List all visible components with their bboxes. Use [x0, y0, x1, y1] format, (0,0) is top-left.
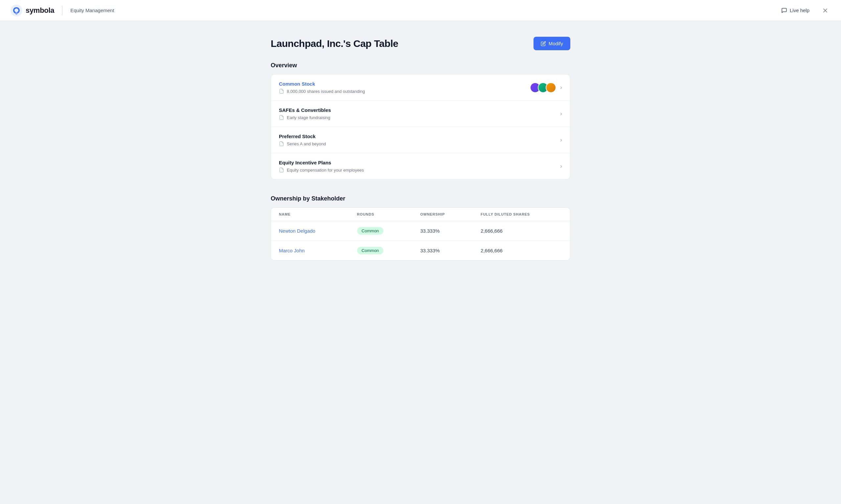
ownership-table: NAME ROUNDS OWNERSHIP FULLY DILUTED SHAR…	[271, 208, 570, 260]
chevron-right-icon-preferred: ›	[560, 137, 562, 143]
common-stock-shares-text: 8,000,000 shares issued and outstanding	[287, 89, 365, 94]
ownership-table-wrapper: NAME ROUNDS OWNERSHIP FULLY DILUTED SHAR…	[271, 208, 570, 260]
stakeholder-ownership-2: 33.333%	[412, 241, 473, 260]
modify-label: Modify	[549, 41, 563, 46]
avatar-3	[546, 83, 556, 93]
doc-icon-equity	[279, 167, 284, 173]
header-right: Live help	[778, 5, 830, 16]
preferred-stock-row[interactable]: Preferred Stock Series A and beyond ›	[271, 127, 570, 153]
overview-section-title: Overview	[271, 62, 570, 69]
equity-incentive-row[interactable]: Equity Incentive Plans Equity compensati…	[271, 153, 570, 179]
common-stock-subtitle: 8,000,000 shares issued and outstanding	[279, 89, 365, 94]
logo-icon	[11, 5, 22, 16]
stakeholder-round-2: Common	[349, 241, 413, 260]
page-title: Launchpad, Inc.'s Cap Table	[271, 38, 398, 49]
stakeholder-ownership-1: 33.333%	[412, 221, 473, 241]
preferred-subtitle-text: Series A and beyond	[287, 141, 326, 146]
safes-row[interactable]: SAFEs & Convertibles Early stage fundrai…	[271, 101, 570, 127]
header-left: symbola Equity Management	[11, 5, 114, 16]
chevron-right-icon-common: ›	[560, 84, 562, 91]
col-header-shares: FULLY DILUTED SHARES	[473, 208, 570, 221]
round-badge-1: Common	[357, 227, 384, 235]
equity-incentive-subtitle: Equity compensation for your employees	[279, 167, 364, 173]
overview-card: Common Stock 8,000,000 shares issued and…	[271, 74, 570, 179]
stakeholder-name-2[interactable]: Marco John	[271, 241, 349, 260]
avatar-group	[530, 83, 556, 93]
logo: symbola	[11, 5, 54, 16]
edit-icon	[541, 41, 546, 46]
ownership-section: Ownership by Stakeholder NAME ROUNDS OWN…	[271, 195, 570, 260]
common-stock-title: Common Stock	[279, 81, 365, 87]
doc-icon-preferred	[279, 141, 284, 146]
preferred-left: Preferred Stock Series A and beyond	[279, 133, 326, 146]
equity-incentive-right: ›	[560, 163, 562, 169]
col-header-ownership: OWNERSHIP	[412, 208, 473, 221]
safes-left: SAFEs & Convertibles Early stage fundrai…	[279, 107, 331, 120]
stakeholder-round-1: Common	[349, 221, 413, 241]
safes-subtitle: Early stage fundraising	[279, 115, 331, 120]
chat-icon	[781, 7, 787, 14]
common-stock-left: Common Stock 8,000,000 shares issued and…	[279, 81, 365, 94]
chevron-right-icon-safes: ›	[560, 110, 562, 117]
close-button[interactable]	[820, 5, 830, 16]
stakeholder-name-1[interactable]: Newton Delgado	[271, 221, 349, 241]
page-header: Launchpad, Inc.'s Cap Table Modify	[271, 37, 570, 50]
modify-button[interactable]: Modify	[533, 37, 570, 50]
table-row: Newton Delgado Common 33.333% 2,666,666	[271, 221, 570, 241]
stakeholder-shares-1: 2,666,666	[473, 221, 570, 241]
logo-text: symbola	[25, 6, 54, 15]
doc-icon-safes	[279, 115, 284, 120]
common-stock-row[interactable]: Common Stock 8,000,000 shares issued and…	[271, 74, 570, 101]
main-content: Launchpad, Inc.'s Cap Table Modify Overv…	[263, 21, 578, 303]
preferred-right: ›	[560, 137, 562, 143]
chevron-right-icon-equity: ›	[560, 163, 562, 169]
equity-incentive-left: Equity Incentive Plans Equity compensati…	[279, 160, 364, 173]
live-help-button[interactable]: Live help	[778, 5, 812, 15]
col-header-rounds: ROUNDS	[349, 208, 413, 221]
table-row: Marco John Common 33.333% 2,666,666	[271, 241, 570, 260]
header-divider	[62, 6, 63, 15]
stakeholder-shares-2: 2,666,666	[473, 241, 570, 260]
equity-incentive-title: Equity Incentive Plans	[279, 160, 364, 165]
header-app-title: Equity Management	[70, 7, 114, 13]
live-help-label: Live help	[790, 7, 809, 13]
safes-title: SAFEs & Convertibles	[279, 107, 331, 113]
preferred-subtitle: Series A and beyond	[279, 141, 326, 146]
round-badge-2: Common	[357, 247, 384, 254]
ownership-table-header-row: NAME ROUNDS OWNERSHIP FULLY DILUTED SHAR…	[271, 208, 570, 221]
common-stock-right: ›	[530, 83, 562, 93]
overview-section: Overview Common Stock 8,000,000 shares i…	[271, 62, 570, 179]
close-icon	[822, 7, 828, 14]
equity-incentive-subtitle-text: Equity compensation for your employees	[287, 168, 364, 173]
ownership-section-title: Ownership by Stakeholder	[271, 195, 570, 202]
ownership-table-body: Newton Delgado Common 33.333% 2,666,666 …	[271, 221, 570, 260]
preferred-title: Preferred Stock	[279, 133, 326, 139]
safes-subtitle-text: Early stage fundraising	[287, 115, 330, 120]
col-header-name: NAME	[271, 208, 349, 221]
ownership-table-head: NAME ROUNDS OWNERSHIP FULLY DILUTED SHAR…	[271, 208, 570, 221]
app-header: symbola Equity Management Live help	[0, 0, 841, 21]
doc-icon-common	[279, 89, 284, 94]
safes-right: ›	[560, 110, 562, 117]
